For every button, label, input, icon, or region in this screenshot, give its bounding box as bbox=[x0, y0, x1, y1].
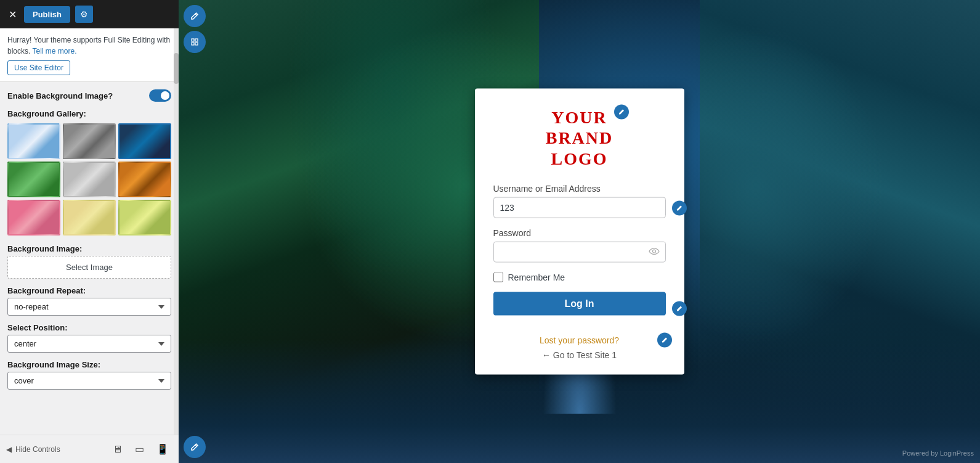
gallery-thumb-9[interactable] bbox=[118, 200, 171, 236]
gallery-thumb-7[interactable] bbox=[7, 200, 60, 236]
lost-password-edit-icon[interactable] bbox=[657, 333, 672, 348]
svg-point-4 bbox=[652, 250, 655, 253]
layers-toolbar-button[interactable] bbox=[184, 31, 206, 53]
remember-me-label: Remember Me bbox=[508, 272, 565, 282]
password-label: Password bbox=[493, 228, 666, 238]
close-button[interactable]: ✕ bbox=[6, 6, 19, 23]
gallery-thumb-8[interactable] bbox=[63, 200, 116, 236]
bg-repeat-label: Background Repeat: bbox=[7, 286, 171, 295]
svg-rect-3 bbox=[195, 43, 198, 45]
select-position-label: Select Position: bbox=[7, 323, 171, 332]
brand-logo: YOUR BRAND LOGO bbox=[493, 107, 666, 169]
hide-controls-button[interactable]: ◀ Hide Controls bbox=[6, 445, 60, 454]
panel-scrollbar-thumb[interactable] bbox=[174, 53, 179, 84]
notice-bar: Hurray! Your theme supports Full Site Ed… bbox=[0, 28, 179, 82]
left-panel: ✕ Publish ⚙ Hurray! Your theme supports … bbox=[0, 0, 179, 463]
bottom-bar: ◀ Hide Controls 🖥 ▭ 📱 bbox=[0, 435, 179, 463]
hide-controls-label: Hide Controls bbox=[15, 445, 60, 454]
enable-bg-toggle-row: Enable Background Image? bbox=[7, 89, 171, 102]
gallery-thumb-2[interactable] bbox=[63, 123, 116, 159]
toolbar-left bbox=[184, 5, 206, 53]
bg-size-label: Background Image Size: bbox=[7, 360, 171, 369]
gallery-thumb-6[interactable] bbox=[118, 162, 171, 197]
remember-me-checkbox[interactable] bbox=[493, 272, 503, 282]
bg-image-section: Background Image: Select Image bbox=[7, 244, 171, 279]
gallery-thumb-5[interactable] bbox=[63, 162, 116, 197]
username-group: Username or Email Address bbox=[493, 184, 666, 218]
back-to-site[interactable]: ← Go to Test Site 1 bbox=[493, 350, 666, 360]
bottom-pencil-button[interactable] bbox=[184, 436, 206, 458]
panel-scrollbar bbox=[174, 28, 179, 435]
password-group: Password bbox=[493, 228, 666, 263]
password-eye-icon[interactable] bbox=[649, 247, 660, 258]
svg-rect-1 bbox=[195, 39, 198, 41]
chevron-left-icon: ◀ bbox=[6, 445, 12, 454]
mobile-view-button[interactable]: 📱 bbox=[153, 441, 172, 457]
gallery-section: Background Gallery: bbox=[7, 109, 171, 236]
gallery-thumb-4[interactable] bbox=[7, 162, 60, 197]
bg-size-group: Background Image Size: cover contain aut… bbox=[7, 360, 171, 390]
tablet-view-button[interactable]: ▭ bbox=[131, 441, 148, 457]
password-input[interactable] bbox=[493, 242, 666, 263]
bg-repeat-select[interactable]: no-repeat repeat repeat-x repeat-y bbox=[7, 298, 171, 316]
lost-password-link[interactable]: Lost your password? bbox=[540, 335, 619, 345]
powered-by: Powered by LoginPress bbox=[902, 449, 974, 457]
bg-repeat-group: Background Repeat: no-repeat repeat repe… bbox=[7, 286, 171, 316]
enable-bg-label: Enable Background Image? bbox=[7, 91, 113, 100]
panel-body: Enable Background Image? Background Gall… bbox=[0, 82, 179, 463]
svg-rect-2 bbox=[192, 43, 194, 45]
login-card: YOUR BRAND LOGO Username or Email Addres… bbox=[475, 88, 684, 375]
select-position-group: Select Position: center top bottom left … bbox=[7, 323, 171, 353]
username-edit-icon[interactable] bbox=[672, 201, 687, 216]
remember-me-row: Remember Me bbox=[493, 272, 666, 282]
enable-bg-toggle[interactable] bbox=[149, 89, 171, 102]
top-bar: ✕ Publish ⚙ bbox=[0, 0, 179, 28]
pencil-toolbar-button[interactable] bbox=[184, 5, 206, 27]
select-image-button[interactable]: Select Image bbox=[7, 256, 171, 279]
tell-me-more-link[interactable]: Tell me more. bbox=[32, 47, 76, 55]
bg-image-label: Background Image: bbox=[7, 244, 171, 253]
login-button-edit-icon[interactable] bbox=[672, 301, 687, 316]
brand-logo-text: YOUR BRAND LOGO bbox=[493, 107, 666, 169]
gallery-grid bbox=[7, 123, 171, 236]
main-area: YOUR BRAND LOGO Username or Email Addres… bbox=[179, 0, 980, 463]
logo-edit-icon[interactable] bbox=[614, 104, 629, 119]
toolbar-bottom bbox=[184, 436, 206, 458]
bg-size-select[interactable]: cover contain auto bbox=[7, 372, 171, 390]
gallery-thumb-3[interactable] bbox=[118, 123, 171, 159]
use-site-editor-button[interactable]: Use Site Editor bbox=[7, 60, 70, 75]
settings-gear-button[interactable]: ⚙ bbox=[75, 6, 93, 23]
login-button[interactable]: Log In bbox=[493, 292, 666, 316]
username-label: Username or Email Address bbox=[493, 184, 666, 194]
position-select[interactable]: center top bottom left right bbox=[7, 335, 171, 353]
svg-rect-0 bbox=[192, 39, 194, 41]
gallery-thumb-1[interactable] bbox=[7, 123, 60, 159]
lost-password-row: Lost your password? bbox=[493, 335, 666, 345]
desktop-view-button[interactable]: 🖥 bbox=[109, 441, 126, 457]
username-input[interactable] bbox=[493, 197, 666, 218]
gallery-label: Background Gallery: bbox=[7, 109, 171, 118]
publish-button[interactable]: Publish bbox=[24, 6, 70, 23]
